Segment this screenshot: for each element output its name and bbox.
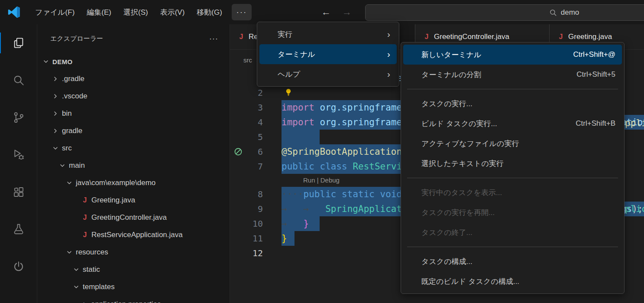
code-token: → (282, 218, 304, 229)
java-file-icon: J (81, 196, 88, 204)
submenu-item-configure-tasks[interactable]: タスクの構成... (403, 251, 622, 271)
submenu-item-run-build-task[interactable]: ビルド タスクの実行...Ctrl+Shift+B (403, 114, 622, 134)
menu-separator (407, 178, 618, 178)
tree-item-src[interactable]: src (37, 140, 230, 157)
chevron-down-icon (73, 283, 80, 290)
terminal-submenu: 新しいターミナルCtrl+Shift+@ターミナルの分割Ctrl+Shift+5… (401, 42, 625, 294)
lightbulb-icon[interactable] (284, 88, 293, 97)
menu-item-label: タスクの実行... (421, 99, 615, 109)
code-fragment: plic (625, 202, 644, 216)
sidebar-title: エクスプローラー (50, 35, 103, 43)
line-number: 6 (230, 144, 263, 159)
tab-label: GreetingController.java (434, 33, 509, 41)
activitybar-item-power[interactable] (0, 248, 37, 285)
menu-item-run[interactable]: 実行› (259, 24, 397, 44)
code-token: public (304, 189, 342, 199)
tree-item-java-com-example-demo[interactable]: java\com\example\demo (37, 174, 230, 192)
line-number: 4 (230, 115, 263, 130)
chevron-down-icon (59, 162, 66, 169)
tree-item-greeting-java[interactable]: JGreeting.java (37, 192, 230, 209)
breadcrumb-item-src[interactable]: src (243, 56, 252, 64)
tree-item-gradle[interactable]: .gradle (37, 70, 230, 88)
tree-item-greetingcontroller-java[interactable]: JGreetingController.java (37, 209, 230, 226)
tree-item-label: .gradle (62, 75, 84, 83)
activitybar-item-run-and-debug[interactable] (0, 136, 37, 173)
tree-item-label: java\com\example\demo (76, 179, 155, 187)
explorer-sidebar: エクスプローラー ··· DEMO .gradle.vscodebingradl… (37, 24, 230, 303)
menu-separator (407, 247, 618, 247)
activitybar-item-testing[interactable] (0, 211, 37, 248)
activitybar-item-extensions[interactable] (0, 173, 37, 211)
run-debug-icon (12, 148, 25, 161)
command-center-search[interactable]: demo (365, 4, 644, 21)
code-token: class (320, 161, 353, 172)
submenu-item-run-task[interactable]: タスクの実行... (403, 94, 622, 114)
submenu-item-split-terminal[interactable]: ターミナルの分割Ctrl+Shift+5 (403, 65, 622, 85)
menu-item-label: 新しいターミナル (421, 50, 560, 60)
code-fragment: ppli (625, 116, 644, 130)
code-text: @SpringBootApplication (282, 144, 402, 159)
breadcrumb[interactable]: src › (230, 49, 259, 70)
menu-item-terminal[interactable]: ターミナル› (259, 44, 397, 64)
tree-item-templates[interactable]: templates (37, 278, 230, 296)
power-icon (12, 260, 25, 273)
line-number: 11 (230, 231, 263, 246)
activity-bar (0, 24, 37, 303)
menubar-item-selection[interactable]: 選択(S) (117, 0, 154, 24)
tree-item-gradle[interactable]: gradle (37, 122, 230, 140)
code-token: @SpringBootApplication (282, 147, 402, 157)
tree-item-label: RestServiceApplication.java (91, 231, 183, 239)
menu-item-help[interactable]: ヘルプ› (259, 64, 397, 84)
chevron-right-icon (52, 110, 59, 117)
line-number: 8 (230, 187, 263, 202)
activitybar-item-source-control[interactable] (0, 99, 37, 136)
tree-item-static[interactable]: static (37, 261, 230, 278)
submenu-item-run-selected-text[interactable]: 選択したテキストの実行 (403, 153, 622, 173)
tree-item-vscode[interactable]: .vscode (37, 88, 230, 105)
explorer-icon (12, 36, 25, 49)
tree-item-label: bin (62, 109, 72, 118)
submenu-item-configure-default-build-task[interactable]: 既定のビルド タスクの構成... (403, 271, 622, 291)
search-icon (550, 9, 557, 16)
search-icon (12, 74, 25, 87)
menubar-item-edit[interactable]: 編集(E) (81, 0, 117, 24)
tree-item-application-properties[interactable]: application.properties (37, 296, 230, 303)
submenu-item-restart-running-task: タスクの実行を再開... (403, 202, 622, 222)
line-number: 5 (230, 130, 263, 144)
vscode-window: ファイル(F)編集(E)選択(S)表示(V)移動(G) ··· ← → demo… (0, 0, 644, 303)
nav-forward-button: → (342, 7, 352, 18)
menubar-item-view[interactable]: 表示(V) (154, 0, 191, 24)
chevron-down-icon (42, 58, 49, 65)
menubar-overflow-button[interactable]: ··· (232, 4, 252, 20)
tree-item-restserviceapplication-java[interactable]: JRestServiceApplication.java (37, 226, 230, 244)
chevron-right-icon (52, 75, 59, 82)
code-text: } (282, 231, 287, 246)
code-token: → → (282, 204, 325, 214)
line-number: 7 (230, 159, 263, 174)
selection-highlight (282, 130, 320, 144)
sidebar-more-actions[interactable]: ··· (209, 34, 218, 43)
java-file-icon: J (238, 33, 245, 41)
code-token: public (282, 161, 320, 172)
menu-item-label: タスクの終了... (421, 228, 615, 238)
extensions-icon (12, 186, 25, 199)
menu-item-shortcut: Ctrl+Shift+B (576, 119, 615, 128)
submenu-arrow-icon: › (387, 49, 390, 59)
code-text: → } (282, 216, 309, 231)
menu-item-label: ビルド タスクの実行... (421, 119, 563, 129)
tree-item-label: .vscode (62, 92, 87, 101)
tree-root-demo[interactable]: DEMO (37, 53, 230, 70)
tree-item-main[interactable]: main (37, 157, 230, 174)
menubar-item-file[interactable]: ファイル(F) (29, 0, 81, 24)
menubar-item-go[interactable]: 移動(G) (191, 0, 228, 24)
tab-label: Greeting.java (568, 33, 612, 41)
tree-item-resources[interactable]: resources (37, 244, 230, 261)
activitybar-item-explorer[interactable] (0, 24, 37, 62)
submenu-item-new-terminal[interactable]: 新しいターミナルCtrl+Shift+@ (403, 45, 622, 65)
submenu-item-run-active-file[interactable]: アクティブなファイルの実行 (403, 134, 622, 153)
activitybar-item-search[interactable] (0, 62, 37, 99)
submenu-item-show-running-tasks: 実行中のタスクを表示... (403, 182, 622, 202)
tree-item-bin[interactable]: bin (37, 105, 230, 122)
nav-back-button[interactable]: ← (321, 7, 331, 18)
line-number: 3 (230, 100, 263, 115)
